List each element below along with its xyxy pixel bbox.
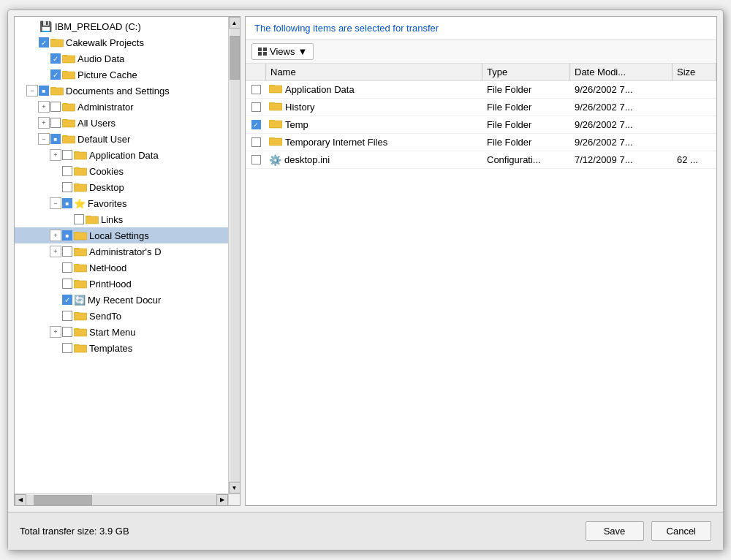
expand-localsettings[interactable]: + <box>50 230 61 241</box>
checkbox-printhood[interactable] <box>62 279 72 289</box>
tree-item-allusers[interactable]: + All Users <box>15 115 228 131</box>
file-checkbox-appdata[interactable] <box>246 85 266 94</box>
tree-item-docsettings[interactable]: − Documents and Settings <box>15 83 228 99</box>
file-row-appdata[interactable]: Application Data File Folder 9/26/2002 7… <box>246 81 716 99</box>
checkbox-links[interactable] <box>74 214 84 224</box>
checkbox-admind[interactable] <box>62 246 72 257</box>
tree-item-desktop[interactable]: Desktop <box>15 179 228 195</box>
checkbox-defaultuser[interactable] <box>50 134 61 144</box>
file-row-tempint[interactable]: Temporary Internet Files File Folder 9/2… <box>246 134 716 151</box>
file-checkbox-temp[interactable] <box>246 120 266 129</box>
file-row-deskini[interactable]: ⚙️ desktop.ini Configurati... 7/12/2009 … <box>246 151 716 169</box>
folder-icon-appdata <box>74 150 87 160</box>
expand-admind[interactable]: + <box>50 246 61 257</box>
file-type-deskini: Configurati... <box>482 154 570 165</box>
file-row-temp[interactable]: Temp File Folder 9/26/2002 7... <box>246 116 716 134</box>
label-printhood: PrintHood <box>89 279 132 290</box>
info-bar: The following items are selected for tra… <box>246 17 716 40</box>
file-checkbox-tempint[interactable] <box>246 137 266 147</box>
tree-item-localsettings[interactable]: + Local Settings <box>15 227 228 243</box>
tree-item-cookies[interactable]: Cookies <box>15 163 228 179</box>
expand-startmenu[interactable]: + <box>50 326 61 338</box>
checkbox-recentdocs[interactable] <box>62 295 72 305</box>
checkbox-audio[interactable] <box>50 53 61 64</box>
tree-item-audio[interactable]: Audio Data <box>15 50 228 67</box>
file-date-tempint: 9/26/2002 7... <box>570 137 673 148</box>
label-links: Links <box>101 214 123 225</box>
folder-icon-defaultuser <box>62 134 75 144</box>
tree-item-favorites[interactable]: − ⭐ Favorites <box>15 195 228 211</box>
expand-docsettings[interactable]: − <box>26 85 38 97</box>
file-type-temp: File Folder <box>482 119 570 130</box>
checkbox-cookies[interactable] <box>62 166 72 176</box>
scroll-down-btn[interactable]: ▼ <box>229 482 240 493</box>
file-checkbox-deskini[interactable] <box>246 155 266 164</box>
checkbox-startmenu[interactable] <box>62 327 72 337</box>
tree-item-cakewalk[interactable]: Cakewalk Projects <box>15 34 228 50</box>
checkbox-appdata[interactable] <box>62 150 72 160</box>
checkbox-picture[interactable] <box>50 69 61 80</box>
label-startmenu: Start Menu <box>89 327 136 338</box>
checkbox-administrator[interactable] <box>50 102 61 112</box>
svg-rect-25 <box>74 167 80 170</box>
tree-container[interactable]: 💾 IBM_PRELOAD (C:) Cakewalk Projects <box>15 17 228 493</box>
folder-icon-desktop <box>74 182 87 192</box>
checkbox-templates[interactable] <box>62 343 72 353</box>
hscroll-track[interactable] <box>26 495 216 505</box>
tree-item-appdata[interactable]: + Application Data <box>15 147 228 163</box>
file-list[interactable]: Name Type Date Modi... Size Application … <box>246 64 716 505</box>
tree-item-printhood[interactable]: PrintHood <box>15 276 228 292</box>
scroll-thumb[interactable] <box>230 36 240 80</box>
cancel-button[interactable]: Cancel <box>651 521 711 541</box>
views-button[interactable]: Views ▼ <box>251 43 314 60</box>
checkbox-localsettings[interactable] <box>62 230 72 241</box>
tree-item-administrator[interactable]: + Administrator <box>15 99 228 115</box>
checkbox-favorites[interactable] <box>62 198 72 208</box>
checkbox-allusers[interactable] <box>50 118 61 128</box>
checkbox-docsettings[interactable] <box>39 86 49 96</box>
tree-item-admind[interactable]: + Administrator's D <box>15 243 228 260</box>
file-transfer-dialog: 💾 IBM_PRELOAD (C:) Cakewalk Projects <box>7 10 724 550</box>
drive-icon: 💾 <box>39 20 52 32</box>
left-hscrollbar[interactable]: ◀ ▶ <box>15 493 228 505</box>
svg-rect-10 <box>50 87 56 89</box>
col-date-header[interactable]: Date Modi... <box>570 64 673 80</box>
checkbox-nethood[interactable] <box>62 262 72 273</box>
folder-icon-docsettings <box>50 86 64 96</box>
folder-icon-localsettings <box>74 230 87 241</box>
tree-item-nethood[interactable]: NetHood <box>15 260 228 276</box>
scroll-up-btn[interactable]: ▲ <box>229 17 240 29</box>
scroll-left-btn[interactable]: ◀ <box>15 494 26 506</box>
views-icon <box>258 48 267 56</box>
tree-item-links[interactable]: Links <box>15 211 228 227</box>
file-row-history[interactable]: History File Folder 9/26/2002 7... <box>246 99 716 116</box>
hscroll-thumb[interactable] <box>34 495 92 505</box>
left-vscrollbar[interactable]: ▲ ▼ <box>228 17 240 493</box>
save-button[interactable]: Save <box>586 521 644 541</box>
checkbox-sendto[interactable] <box>62 311 72 321</box>
scroll-track[interactable] <box>230 29 240 482</box>
root-label: IBM_PRELOAD (C:) <box>55 21 141 32</box>
tree-item-templates[interactable]: Templates <box>15 340 228 356</box>
filename-appdata: Application Data <box>285 84 355 95</box>
tree-item-defaultuser[interactable]: − Default User <box>15 131 228 147</box>
expand-administrator[interactable]: + <box>38 101 50 113</box>
col-type-header[interactable]: Type <box>482 64 570 80</box>
expand-allusers[interactable]: + <box>38 117 50 129</box>
file-type-history: File Folder <box>482 102 570 113</box>
file-checkbox-history[interactable] <box>246 102 266 112</box>
col-size-header[interactable]: Size <box>673 64 716 80</box>
tree-item-recentdocs[interactable]: 🔄 My Recent Docur <box>15 292 228 308</box>
tree-item-picture[interactable]: Picture Cache <box>15 67 228 83</box>
tree-item-startmenu[interactable]: + Start Menu <box>15 324 228 340</box>
col-name-header[interactable]: Name <box>266 64 482 80</box>
scroll-right-btn[interactable]: ▶ <box>216 494 228 506</box>
svg-rect-34 <box>74 232 80 234</box>
expand-favorites[interactable]: − <box>50 197 61 209</box>
checkbox-cakewalk[interactable] <box>39 37 49 48</box>
tree-item-sendto[interactable]: SendTo <box>15 308 228 324</box>
expand-defaultuser[interactable]: − <box>38 133 50 145</box>
tree-root[interactable]: 💾 IBM_PRELOAD (C:) <box>15 18 228 34</box>
checkbox-desktop[interactable] <box>62 182 72 192</box>
expand-appdata[interactable]: + <box>50 149 61 161</box>
